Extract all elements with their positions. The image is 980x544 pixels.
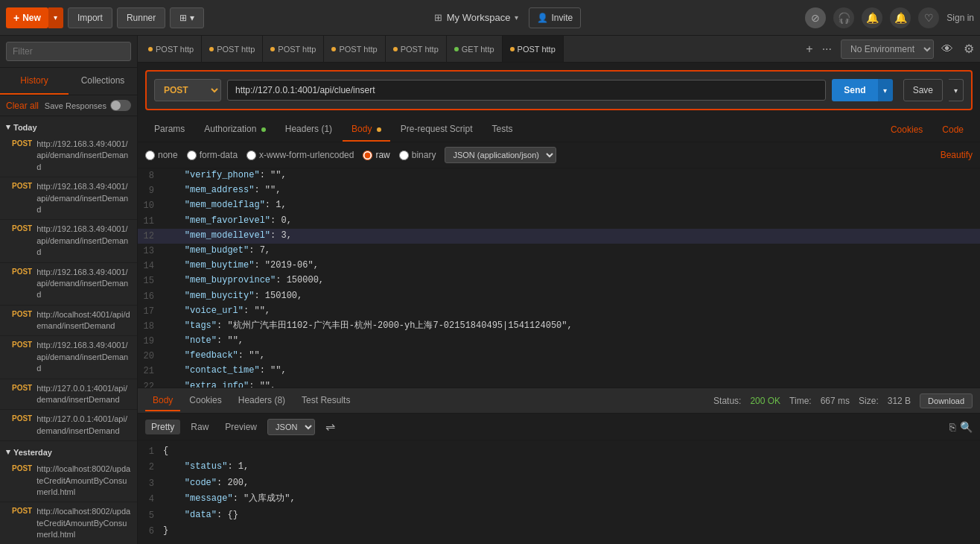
history-url: http://localhost:8002/updateCreditAmount… — [36, 464, 131, 498]
tab-collections[interactable]: Collections — [69, 68, 137, 95]
environment-select[interactable]: No Environment — [841, 39, 934, 59]
tests-tab[interactable]: Tests — [483, 118, 522, 142]
history-item[interactable]: POSThttp://192.168.3.49:4001/api/demand/… — [0, 220, 137, 262]
today-section-header[interactable]: ▾ Today — [0, 116, 137, 135]
env-settings-button[interactable]: ⚙ — [961, 42, 977, 56]
history-item[interactable]: POSThttp://127.0.0.1:4001/api/demand/ins… — [0, 410, 137, 441]
tab-label: POST http — [518, 45, 556, 54]
code-editor[interactable]: 8 "verify_phone": "",9 "mem_address": ""… — [138, 168, 980, 388]
radio-icon[interactable]: ⊘ — [805, 7, 826, 28]
cookies-tab[interactable]: Cookies — [882, 118, 932, 141]
code-line: 11 "mem_favorlevel": 0, — [138, 214, 980, 229]
history-item[interactable]: POSThttp://127.0.0.1:4001/api/demand/ins… — [0, 379, 137, 411]
history-item[interactable]: POSThttp://192.168.3.49:4001/api/demand/… — [0, 336, 137, 379]
method-badge: POST — [12, 507, 32, 515]
resp-icons: ⎘ 🔍 — [949, 421, 973, 433]
new-caret-button[interactable]: ▾ — [48, 7, 63, 28]
runner-button[interactable]: Runner — [117, 7, 165, 28]
more-tabs-button[interactable]: ··· — [819, 42, 835, 56]
request-tab-4[interactable]: POST http — [386, 36, 447, 63]
tab-label: POST http — [339, 45, 377, 54]
signin-label[interactable]: Sign in — [946, 13, 974, 23]
authorization-tab[interactable]: Authorization — [195, 118, 274, 142]
heart-icon[interactable]: ♡ — [918, 7, 939, 28]
prerequest-tab[interactable]: Pre-request Script — [392, 118, 482, 142]
line-number: 19 — [138, 334, 160, 349]
resp-copy-button[interactable]: ⎘ — [949, 421, 955, 433]
radio-urlencoded[interactable]: x-www-form-urlencoded — [246, 150, 354, 160]
request-tab-5[interactable]: GET http — [447, 36, 503, 63]
line-number: 12 — [138, 229, 160, 244]
history-url: http://192.168.3.49:4001/api/demand/inse… — [36, 224, 131, 258]
line-content: } — [160, 523, 980, 539]
resp-test-results-tab[interactable]: Test Results — [294, 390, 357, 411]
request-tab-0[interactable]: POST http — [141, 36, 202, 63]
line-number: 3 — [138, 475, 160, 491]
radio-none[interactable]: none — [145, 150, 178, 160]
params-tab[interactable]: Params — [145, 118, 194, 142]
body-type-row: none form-data x-www-form-urlencoded raw… — [138, 142, 980, 168]
history-item[interactable]: POSThttp://192.168.3.49:4001/api/demand/… — [0, 263, 137, 306]
notification-icon[interactable]: 🔔 — [890, 7, 911, 28]
line-number: 14 — [138, 259, 160, 273]
status-label: Status: — [713, 396, 741, 406]
url-input[interactable] — [227, 80, 826, 101]
topbar: + New ▾ Import Runner ⊞ ▾ ⊞ My Workspace… — [0, 0, 980, 36]
code-line: 21 "contact_time": "", — [138, 364, 980, 379]
resp-cookies-tab[interactable]: Cookies — [182, 390, 229, 411]
resp-line: 4 "message": "入库成功", — [138, 491, 980, 507]
request-tab-6[interactable]: POST http — [503, 36, 564, 63]
add-tab-button[interactable]: + — [803, 42, 815, 56]
method-badge: POST — [12, 139, 32, 148]
import-button[interactable]: Import — [68, 7, 112, 28]
response-code[interactable]: 1{2 "status": 1,3 "code": 200,4 "message… — [138, 440, 980, 544]
history-item[interactable]: POSThttp://192.168.3.49:4001/api/demand/… — [0, 177, 137, 220]
tab-dot — [393, 47, 398, 51]
request-tab-2[interactable]: POST http — [263, 36, 324, 63]
headers-tab[interactable]: Headers (1) — [276, 118, 341, 142]
headphones-icon[interactable]: 🎧 — [833, 7, 854, 28]
invite-button[interactable]: 👤 Invite — [529, 7, 581, 28]
request-tab-1[interactable]: POST http — [202, 36, 263, 63]
save-responses-toggle[interactable] — [110, 100, 131, 111]
request-tabs: Params Authorization Headers (1) Body Pr… — [138, 118, 980, 142]
tab-history[interactable]: History — [0, 68, 69, 95]
resp-headers-tab[interactable]: Headers (8) — [231, 390, 293, 411]
download-button[interactable]: Download — [920, 393, 973, 408]
json-type-select[interactable]: JSON (application/json) — [445, 147, 556, 163]
pretty-button[interactable]: Pretty — [145, 420, 180, 434]
request-tab-3[interactable]: POST http — [324, 36, 385, 63]
send-button[interactable]: Send — [832, 79, 877, 101]
workspace-button[interactable]: ⊞ My Workspace ▾ — [428, 9, 525, 26]
body-tab[interactable]: Body — [343, 118, 390, 142]
history-item[interactable]: POSThttp://192.168.3.49:4001/api/demand/… — [0, 135, 137, 177]
clear-all-button[interactable]: Clear all — [6, 101, 39, 111]
history-url: http://localhost:8002/updateCreditAmount… — [36, 506, 131, 540]
new-button[interactable]: + New — [6, 7, 48, 28]
save-button[interactable]: Save — [903, 79, 943, 101]
resp-body-tab[interactable]: Body — [145, 390, 180, 411]
env-eye-button[interactable]: 👁 — [938, 42, 956, 56]
history-item[interactable]: POSThttp://localhost:8002/updateCreditAm… — [0, 460, 137, 502]
code-tab[interactable]: Code — [933, 118, 973, 141]
preview-button[interactable]: Preview — [219, 420, 263, 434]
history-item[interactable]: POSThttp://localhost:4001/api/demand/ins… — [0, 306, 137, 337]
beautify-button[interactable]: Beautify — [941, 150, 973, 160]
method-badge: POST — [12, 182, 32, 190]
radio-raw[interactable]: raw — [363, 150, 389, 160]
radio-form-data[interactable]: form-data — [187, 150, 238, 160]
resp-search-button[interactable]: 🔍 — [960, 421, 973, 433]
raw-button[interactable]: Raw — [185, 420, 214, 434]
radio-binary[interactable]: binary — [399, 150, 436, 160]
resp-json-select[interactable]: JSON — [267, 419, 315, 435]
method-select[interactable]: POST — [154, 79, 221, 101]
wrap-button[interactable]: ⇌ — [319, 417, 341, 436]
save-caret-button[interactable]: ▾ — [949, 79, 964, 101]
bell-icon[interactable]: 🔔 — [862, 7, 882, 28]
search-input[interactable] — [6, 42, 131, 61]
send-caret-button[interactable]: ▾ — [878, 79, 893, 101]
history-item[interactable]: POSThttp://localhost:8002/updateCreditAm… — [0, 502, 137, 544]
code-line: 9 "mem_address": "", — [138, 183, 980, 198]
extra-button[interactable]: ⊞ ▾ — [170, 7, 203, 28]
yesterday-section-header[interactable]: ▾ Yesterday — [0, 441, 137, 460]
